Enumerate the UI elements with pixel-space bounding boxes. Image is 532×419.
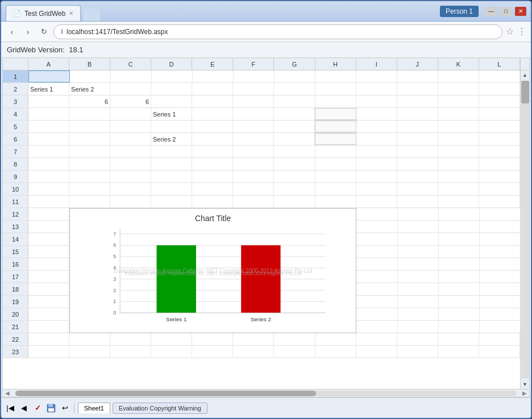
cell-f4[interactable] bbox=[233, 108, 274, 120]
cell-c2[interactable] bbox=[110, 83, 151, 95]
tab-close-icon[interactable]: ✕ bbox=[69, 10, 73, 16]
cell-l2[interactable] bbox=[479, 83, 520, 95]
maximize-button[interactable]: □ bbox=[500, 7, 512, 16]
cell-e5[interactable] bbox=[192, 121, 233, 132]
scroll-track[interactable] bbox=[521, 81, 529, 379]
cell-k2[interactable] bbox=[438, 83, 479, 95]
table-row[interactable]: 23 bbox=[3, 346, 520, 358]
cell-g6[interactable] bbox=[274, 133, 315, 145]
table-row[interactable]: 22 bbox=[3, 333, 520, 346]
cell-d3[interactable] bbox=[151, 96, 192, 107]
table-row[interactable]: 1 bbox=[3, 70, 520, 83]
refresh-button[interactable]: ↻ bbox=[38, 26, 50, 38]
cell-j1[interactable] bbox=[397, 70, 438, 82]
cell-a2[interactable]: Series 1 bbox=[28, 83, 69, 95]
table-row[interactable]: 8 bbox=[3, 158, 520, 171]
cell-a1[interactable] bbox=[28, 70, 70, 82]
url-bar[interactable]: ℹ localhost:1417/TestGridWeb.aspx bbox=[53, 24, 502, 39]
cell-i1[interactable] bbox=[356, 70, 397, 82]
cell-c1[interactable] bbox=[111, 70, 152, 82]
cell-d2[interactable] bbox=[151, 83, 192, 95]
cell-h1[interactable] bbox=[315, 70, 356, 82]
cell-l6[interactable] bbox=[479, 133, 520, 145]
cell-k3[interactable] bbox=[438, 96, 479, 107]
table-row[interactable]: 6 Series 2 bbox=[3, 133, 520, 146]
cell-e1[interactable] bbox=[193, 70, 234, 82]
cell-d5[interactable] bbox=[151, 121, 192, 132]
cell-b1[interactable] bbox=[70, 70, 111, 82]
table-row[interactable]: 7 bbox=[3, 146, 520, 158]
cell-c4[interactable] bbox=[110, 108, 151, 120]
cell-b3[interactable]: 6 bbox=[69, 96, 110, 107]
cell-f1[interactable] bbox=[234, 70, 275, 82]
table-row[interactable]: 2 Series 1 Series 2 bbox=[3, 83, 520, 96]
cell-d1[interactable] bbox=[152, 70, 193, 82]
cell-k5[interactable] bbox=[438, 121, 479, 132]
cell-f5[interactable] bbox=[233, 121, 274, 132]
cell-a6[interactable] bbox=[28, 133, 69, 145]
horizontal-scrollbar[interactable]: ◀ ▶ bbox=[3, 389, 529, 397]
table-row[interactable]: 9 bbox=[3, 171, 520, 183]
cell-h3[interactable] bbox=[315, 96, 356, 107]
back-button[interactable]: ‹ bbox=[6, 26, 18, 38]
table-row[interactable]: 3 6 6 bbox=[3, 96, 520, 108]
scroll-down-button[interactable]: ▼ bbox=[521, 380, 530, 389]
confirm-button[interactable]: ✓ bbox=[32, 403, 43, 414]
cell-h2[interactable] bbox=[315, 83, 356, 95]
table-row[interactable]: 10 bbox=[3, 183, 520, 196]
undo-button[interactable]: ↩ bbox=[59, 403, 70, 414]
browser-tab[interactable]: 📄 Test GridWeb ✕ bbox=[6, 5, 81, 21]
cell-f3[interactable] bbox=[233, 96, 274, 107]
cell-l3[interactable] bbox=[479, 96, 520, 107]
cell-j4[interactable] bbox=[397, 108, 438, 120]
cell-e6[interactable] bbox=[192, 133, 233, 145]
bookmark-button[interactable]: ☆ bbox=[506, 26, 514, 37]
table-row[interactable]: 5 bbox=[3, 121, 520, 133]
cell-i3[interactable] bbox=[356, 96, 397, 107]
cell-j6[interactable] bbox=[397, 133, 438, 145]
table-row[interactable]: 4 Series 1 bbox=[3, 108, 520, 121]
cell-f6[interactable] bbox=[233, 133, 274, 145]
cell-g5[interactable] bbox=[274, 121, 315, 132]
cell-g4[interactable] bbox=[274, 108, 315, 120]
hscroll-track[interactable] bbox=[15, 391, 517, 396]
cell-k1[interactable] bbox=[438, 70, 479, 82]
cell-j2[interactable] bbox=[397, 83, 438, 95]
cell-e2[interactable] bbox=[192, 83, 233, 95]
cell-g1[interactable] bbox=[275, 70, 315, 82]
cell-i6[interactable] bbox=[356, 133, 397, 145]
cell-k4[interactable] bbox=[438, 108, 479, 120]
cell-c6[interactable] bbox=[110, 133, 151, 145]
cell-l1[interactable] bbox=[479, 70, 520, 82]
cell-b2[interactable]: Series 2 bbox=[69, 83, 110, 95]
cell-i2[interactable] bbox=[356, 83, 397, 95]
minimize-button[interactable]: — bbox=[485, 7, 497, 16]
nav-first-button[interactable]: |◀ bbox=[5, 403, 16, 414]
cell-a3[interactable] bbox=[28, 96, 69, 107]
cell-l4[interactable] bbox=[479, 108, 520, 120]
save-button[interactable] bbox=[45, 403, 57, 414]
cell-d4[interactable]: Series 1 bbox=[151, 108, 192, 120]
vertical-scrollbar[interactable]: ▲ ▼ bbox=[520, 70, 529, 389]
cell-c3[interactable]: 6 bbox=[110, 96, 151, 107]
cell-l5[interactable] bbox=[479, 121, 520, 132]
cell-b5[interactable] bbox=[69, 121, 110, 132]
menu-button[interactable]: ⋮ bbox=[517, 26, 526, 37]
forward-button[interactable]: › bbox=[22, 26, 34, 38]
cell-d6[interactable]: Series 2 bbox=[151, 133, 192, 145]
cell-a5[interactable] bbox=[28, 121, 69, 132]
cell-e3[interactable] bbox=[192, 96, 233, 107]
cell-h6[interactable] bbox=[315, 133, 356, 145]
cell-i5[interactable] bbox=[356, 121, 397, 132]
cell-h4[interactable] bbox=[315, 108, 356, 120]
scroll-up-button[interactable]: ▲ bbox=[521, 70, 530, 80]
table-row[interactable]: 11 bbox=[3, 196, 520, 208]
copyright-warning-tab[interactable]: Evaluation Copyright Warning bbox=[113, 403, 207, 414]
cell-b6[interactable] bbox=[69, 133, 110, 145]
cell-f2[interactable] bbox=[233, 83, 274, 95]
close-button[interactable]: ✕ bbox=[515, 7, 526, 16]
cell-h5[interactable] bbox=[315, 121, 356, 132]
cell-e4[interactable] bbox=[192, 108, 233, 120]
new-tab-area[interactable] bbox=[83, 9, 100, 21]
cell-g3[interactable] bbox=[274, 96, 315, 107]
